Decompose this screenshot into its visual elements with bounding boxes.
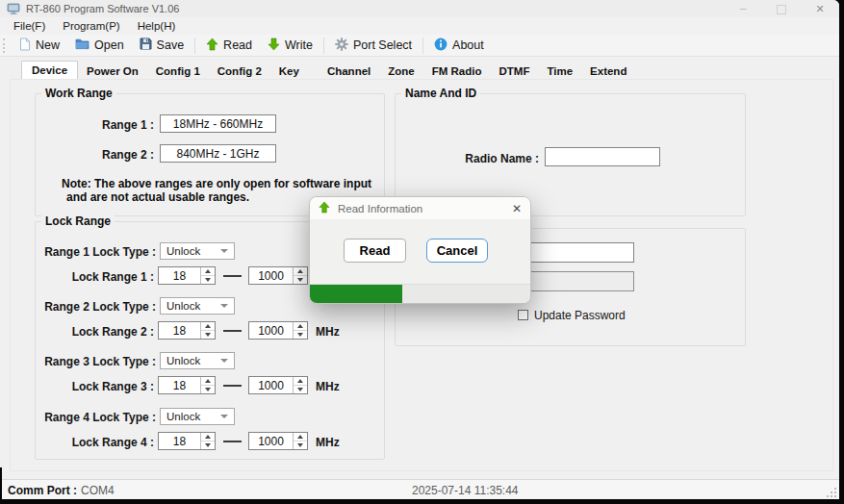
toolbar-open-label: Open — [94, 38, 124, 52]
toolbar-read-button[interactable]: Read — [198, 36, 260, 55]
screen: RT-860 Program Software V1.06 – ✕ File(F… — [0, 0, 844, 504]
menu-file[interactable]: File(F) — [0, 20, 54, 32]
range-dash — [223, 330, 242, 332]
tab-extend[interactable]: Extend — [581, 63, 635, 80]
window-edge — [0, 467, 2, 499]
comm-port-value: COM4 — [81, 484, 115, 497]
lock-range1-label: Lock Range 1 : — [38, 270, 154, 284]
range3-lock-type-select[interactable]: Unlock — [160, 352, 235, 369]
range1-lock-type-select[interactable]: Unlock — [160, 242, 235, 260]
spin-down-button[interactable] — [201, 386, 215, 393]
range3-lock-type-value: Unlock — [166, 355, 200, 366]
title-bar: RT-860 Program Software V1.06 – ✕ — [0, 0, 839, 17]
comm-port-label: Comm Port : — [8, 484, 77, 497]
spin-down-button[interactable] — [294, 331, 307, 339]
toolbar-about-label: About — [452, 38, 484, 52]
minimize-button[interactable]: – — [724, 0, 762, 17]
lock-range1-max-value: 1000 — [249, 267, 293, 284]
update-password-checkbox[interactable] — [518, 310, 528, 320]
spin-up-button[interactable] — [201, 377, 215, 386]
chevron-down-icon — [220, 304, 228, 308]
spin-up-button[interactable] — [201, 322, 215, 331]
dialog-title: Read Information — [338, 203, 422, 214]
spin-down-button[interactable] — [294, 441, 307, 449]
lock-range3-max-stepper[interactable]: 1000 — [248, 376, 308, 394]
lock-range2-min-value: 18 — [159, 322, 200, 339]
tab-zone[interactable]: Zone — [379, 63, 422, 80]
lock-range4-max-stepper[interactable]: 1000 — [248, 432, 308, 450]
tab-fm-radio[interactable]: FM Radio — [423, 63, 491, 80]
menu-help[interactable]: Help(H) — [129, 20, 185, 32]
range2-lock-type-select[interactable]: Unlock — [160, 297, 235, 315]
spin-up-button[interactable] — [201, 433, 215, 441]
spin-down-button[interactable] — [201, 331, 215, 339]
toolbar-port-select-button[interactable]: Port Select — [327, 36, 420, 55]
mhz-unit-label: MHz — [316, 380, 340, 393]
spin-up-button[interactable] — [294, 433, 307, 441]
about-info-icon — [434, 38, 448, 54]
read-progress-fill — [310, 285, 402, 303]
toolbar-about-button[interactable]: About — [426, 36, 492, 55]
window-title: RT-860 Program Software V1.06 — [26, 3, 179, 14]
save-floppy-icon — [140, 38, 152, 53]
spin-down-button[interactable] — [294, 276, 307, 284]
toolbar-new-button[interactable]: New — [11, 36, 67, 55]
tab-dtmf[interactable]: DTMF — [491, 63, 539, 80]
tab-time[interactable]: Time — [538, 63, 581, 80]
range-dash — [223, 385, 242, 387]
menu-program[interactable]: Program(P) — [54, 20, 128, 32]
spin-up-button[interactable] — [294, 322, 307, 331]
new-file-icon — [18, 38, 31, 54]
lock-range1-min-stepper[interactable]: 18 — [158, 266, 216, 285]
work-range-title: Work Range — [41, 87, 116, 100]
close-button[interactable]: ✕ — [801, 0, 839, 17]
toolbar: New Open Save Read — [0, 35, 839, 57]
lock-row-3: Range 3 Lock Type : Unlock Lock Range 3 … — [38, 351, 381, 395]
read-up-arrow-icon — [319, 200, 330, 217]
spin-up-button[interactable] — [201, 267, 215, 276]
mhz-unit-label: MHz — [316, 436, 340, 449]
range2-lock-type-value: Unlock — [166, 300, 200, 312]
work-range-note-line2: and are not actual usable ranges. — [66, 190, 249, 204]
range1-lock-type-value: Unlock — [166, 245, 200, 257]
toolbar-open-button[interactable]: Open — [67, 36, 132, 55]
maximize-button[interactable] — [762, 0, 801, 17]
spin-down-button[interactable] — [201, 441, 215, 449]
chevron-down-icon — [220, 415, 228, 418]
spin-up-button[interactable] — [294, 377, 307, 386]
tab-config-2[interactable]: Config 2 — [209, 63, 270, 80]
toolbar-new-label: New — [36, 38, 60, 52]
range1-label: Range 1 : — [38, 118, 154, 132]
range1-value-box: 18MHz - 660MHz — [160, 114, 276, 133]
lock-range1-min-value: 18 — [159, 267, 200, 284]
tab-key[interactable]: Key — [270, 63, 319, 80]
spin-down-button[interactable] — [201, 276, 215, 284]
name-and-id-title: Name And ID — [401, 87, 480, 100]
spin-up-button[interactable] — [294, 267, 307, 276]
lock-range1-max-stepper[interactable]: 1000 — [248, 266, 308, 285]
radio-name-input[interactable] — [545, 147, 660, 166]
lock-range2-max-value: 1000 — [249, 322, 293, 339]
tab-power-on[interactable]: Power On — [78, 63, 147, 80]
dialog-cancel-button[interactable]: Cancel — [426, 239, 488, 263]
range4-lock-type-select[interactable]: Unlock — [160, 408, 235, 425]
tab-channel[interactable]: Channel — [319, 63, 379, 80]
range4-lock-type-label: Range 4 Lock Type : — [38, 411, 156, 424]
radio-name-label: Radio Name : — [425, 152, 539, 165]
lock-range2-max-stepper[interactable]: 1000 — [248, 321, 308, 340]
toolbar-separator — [323, 38, 324, 54]
toolbar-save-button[interactable]: Save — [132, 36, 192, 55]
lock-range2-min-stepper[interactable]: 18 — [158, 321, 216, 340]
spin-down-button[interactable] — [294, 386, 307, 393]
lock-range3-min-value: 18 — [159, 377, 200, 393]
tab-config-1[interactable]: Config 1 — [147, 63, 209, 80]
tab-strip: Device Power On Config 1 Config 2 Key Ch… — [21, 61, 635, 80]
resize-grip[interactable] — [825, 488, 836, 497]
toolbar-write-button[interactable]: Write — [260, 36, 320, 55]
lock-range4-min-stepper[interactable]: 18 — [158, 432, 216, 450]
dialog-close-icon[interactable]: ✕ — [512, 202, 522, 215]
lock-range3-min-stepper[interactable]: 18 — [158, 376, 216, 394]
range4-lock-type-value: Unlock — [166, 411, 200, 422]
tab-device[interactable]: Device — [21, 61, 78, 80]
dialog-read-button[interactable]: Read — [344, 239, 406, 263]
